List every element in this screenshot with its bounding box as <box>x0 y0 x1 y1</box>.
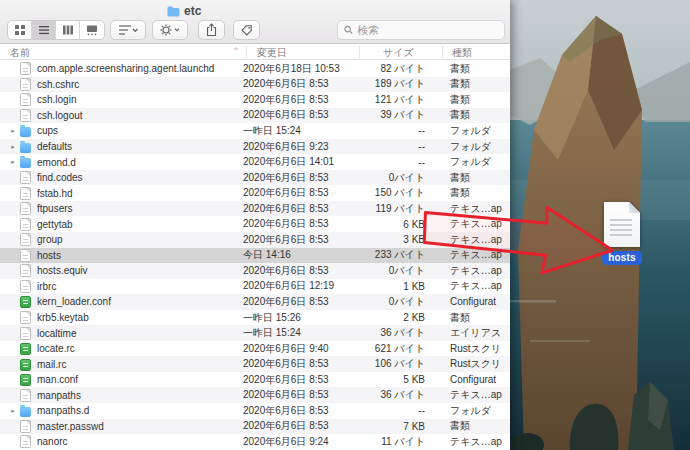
table-row[interactable]: gettytab 2020年6月6日 8:53 6 KB テキス…ap <box>0 216 510 232</box>
file-icon <box>20 62 31 75</box>
file-date: 2020年6月6日 14:01 <box>243 155 356 169</box>
file-size: -- <box>356 141 432 152</box>
file-date: 2020年6月6日 8:53 <box>243 295 356 309</box>
file-date: 2020年6月6日 8:53 <box>243 202 356 216</box>
file-kind: 書類 <box>432 419 510 433</box>
file-list[interactable]: com.apple.screensharing.agent.launchd 20… <box>0 61 510 450</box>
folded-corner-icon <box>629 202 640 213</box>
file-icon <box>20 264 31 277</box>
share-button[interactable] <box>198 20 225 40</box>
column-header-name[interactable]: 名前 <box>10 46 30 60</box>
file-name: krb5.keytab <box>37 312 243 323</box>
file-name: irbrc <box>37 281 243 292</box>
file-kind: テキス…ap <box>432 233 510 247</box>
file-kind: テキス…ap <box>432 217 510 231</box>
desktop[interactable]: hosts <box>510 0 690 450</box>
tag-icon <box>240 24 253 37</box>
table-row[interactable]: manpaths.d 2020年6月6日 8:53 -- フォルダ <box>0 403 510 419</box>
file-name: manpaths <box>37 390 243 401</box>
file-size: 121 バイト <box>356 93 432 107</box>
column-view-button[interactable] <box>56 21 80 39</box>
column-header-size[interactable]: サイズ <box>383 46 414 60</box>
table-row[interactable]: man.conf 2020年6月6日 8:53 5 KB Configurat <box>0 372 510 388</box>
file-icon <box>20 374 31 386</box>
file-date: 2020年6月6日 8:53 <box>243 419 356 433</box>
file-kind: エイリアス <box>432 326 510 340</box>
table-row[interactable]: manpaths 2020年6月6日 8:53 36 バイト テキス…ap <box>0 387 510 403</box>
tag-button[interactable] <box>233 20 260 40</box>
file-date: 2020年6月6日 8:53 <box>243 388 356 402</box>
file-icon <box>20 109 31 122</box>
file-size: 0バイト <box>356 171 432 185</box>
file-icon <box>20 158 31 168</box>
group-by-button[interactable] <box>110 20 146 40</box>
table-row[interactable]: irbrc 2020年6月6日 12:19 1 KB テキス…ap <box>0 279 510 295</box>
file-icon <box>20 249 31 262</box>
file-icon <box>20 343 31 355</box>
file-icon <box>20 435 31 448</box>
table-row[interactable]: group 2020年6月6日 8:53 3 KB テキス…ap <box>0 232 510 248</box>
file-date: 2020年6月6日 8:53 <box>243 357 356 371</box>
file-name: emond.d <box>37 157 243 168</box>
table-row[interactable]: mail.rc 2020年6月6日 8:53 106 バイト Rustスクリ <box>0 356 510 372</box>
list-view-button[interactable] <box>32 21 56 39</box>
table-row[interactable]: defaults 2020年6月6日 9:23 -- フォルダ <box>0 139 510 155</box>
file-icon <box>20 143 31 153</box>
column-header-row: 名前 ^ 変更日 サイズ 種類 <box>0 44 510 60</box>
file-date: 2020年6月6日 9:40 <box>243 342 356 356</box>
disclosure-triangle-icon[interactable] <box>8 143 18 151</box>
file-icon <box>20 407 31 417</box>
file-size: 189 バイト <box>356 77 432 91</box>
file-kind: 書類 <box>432 171 510 185</box>
table-row[interactable]: kern_loader.conf 2020年6月6日 8:53 0バイト Con… <box>0 294 510 310</box>
table-row[interactable]: master.passwd 2020年6月6日 8:53 7 KB 書類 <box>0 419 510 435</box>
file-kind: テキス…ap <box>432 202 510 216</box>
file-icon <box>20 93 31 106</box>
disclosure-triangle-icon[interactable] <box>8 158 18 166</box>
file-name: csh.login <box>37 94 243 105</box>
column-header-date[interactable]: 変更日 <box>257 46 287 60</box>
column-header-kind[interactable]: 種類 <box>452 46 472 60</box>
table-row[interactable]: locate.rc 2020年6月6日 9:40 621 バイト Rustスクリ <box>0 341 510 357</box>
table-row[interactable]: emond.d 2020年6月6日 14:01 -- フォルダ <box>0 154 510 170</box>
search-input[interactable] <box>357 24 498 36</box>
file-icon <box>20 280 31 293</box>
table-row[interactable]: hosts 今日 14:16 233 バイト テキス…ap <box>0 248 510 264</box>
table-row[interactable]: ftpusers 2020年6月6日 8:53 119 バイト テキス…ap <box>0 201 510 217</box>
table-row[interactable]: nanorc 2020年6月6日 9:24 11 バイト テキス…ap <box>0 434 510 450</box>
file-name: localtime <box>37 328 243 339</box>
file-size: 82 バイト <box>356 62 432 76</box>
file-icon <box>20 233 31 246</box>
table-row[interactable]: krb5.keytab 一昨日 15:26 2 KB 書類 <box>0 310 510 326</box>
table-row[interactable]: find.codes 2020年6月6日 8:53 0バイト 書類 <box>0 170 510 186</box>
search-field <box>337 20 505 40</box>
table-row[interactable]: cups 一昨日 15:24 -- フォルダ <box>0 123 510 139</box>
gallery-view-button[interactable] <box>80 21 104 39</box>
file-date: 2020年6月6日 8:53 <box>243 217 356 231</box>
file-date: 2020年6月6日 8:53 <box>243 77 356 91</box>
desktop-file-hosts[interactable]: hosts <box>595 202 649 265</box>
table-row[interactable]: localtime 一昨日 15:24 36 バイト エイリアス <box>0 325 510 341</box>
action-menu-button[interactable] <box>152 20 188 40</box>
file-date: 2020年6月6日 12:19 <box>243 279 356 293</box>
finder-window: etc <box>0 0 510 450</box>
table-row[interactable]: com.apple.screensharing.agent.launchd 20… <box>0 61 510 77</box>
disclosure-triangle-icon[interactable] <box>8 127 18 135</box>
search-icon <box>344 25 353 35</box>
file-date: 今日 14:16 <box>243 248 356 262</box>
file-size: -- <box>356 405 432 416</box>
icon-view-button[interactable] <box>8 21 32 39</box>
file-size: 106 バイト <box>356 357 432 371</box>
file-kind: テキス…ap <box>432 388 510 402</box>
table-row[interactable]: csh.login 2020年6月6日 8:53 121 バイト 書類 <box>0 92 510 108</box>
table-row[interactable]: csh.cshrc 2020年6月6日 8:53 189 バイト 書類 <box>0 77 510 93</box>
table-row[interactable]: csh.logout 2020年6月6日 8:53 39 バイト 書類 <box>0 108 510 124</box>
file-icon <box>20 78 31 91</box>
file-size: 6 KB <box>356 219 432 230</box>
disclosure-triangle-icon[interactable] <box>8 407 18 415</box>
table-row[interactable]: hosts.equiv 2020年6月6日 8:53 0バイト テキス…ap <box>0 263 510 279</box>
file-name: locate.rc <box>37 343 243 354</box>
table-row[interactable]: fstab.hd 2020年6月6日 8:53 150 バイト 書類 <box>0 185 510 201</box>
window-titlebar[interactable]: etc <box>0 0 510 44</box>
desktop-file-label: hosts <box>602 251 642 265</box>
